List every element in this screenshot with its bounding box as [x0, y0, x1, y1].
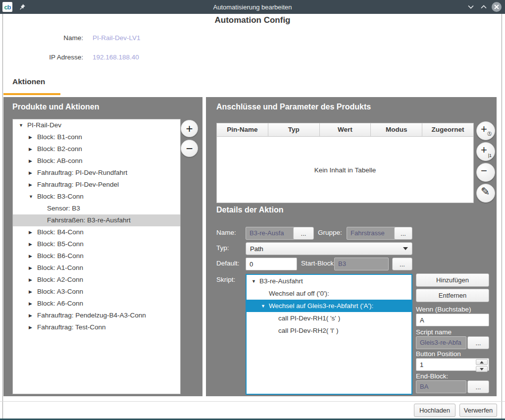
tree-expand-icon[interactable]: ▶	[29, 238, 37, 250]
tree-expand-icon[interactable]: ▼	[19, 119, 27, 131]
tree-item[interactable]: ▼PI-Rail-Dev	[13, 119, 180, 131]
details-title: Details der Aktion	[216, 206, 283, 214]
tree-item[interactable]: ▶Block: A3-Conn	[13, 286, 180, 298]
tree-item[interactable]: ▶Fahrauftrag: Pendelzug-B4-A3-Conn	[13, 310, 180, 321]
pins-table-column-header[interactable]: Modus	[371, 123, 422, 136]
pins-table-column-header[interactable]: Wert	[320, 123, 371, 136]
tree-expand-icon[interactable]: ▶	[29, 262, 37, 274]
endblock-browse-button[interactable]: ...	[467, 380, 489, 393]
tree-expand-icon[interactable]: ▶	[29, 310, 37, 321]
tree-item-label: Block: A6-Conn	[37, 300, 83, 307]
tree-item[interactable]: ▶Block: A1-Conn	[13, 262, 180, 274]
tree-item[interactable]: ▶Block: B4-Conn	[13, 226, 180, 238]
tree-item-label: Sensor: B3	[47, 205, 80, 212]
endblock-field: BA	[416, 380, 466, 393]
close-icon[interactable]	[491, 0, 503, 14]
tree-expand-icon[interactable]: ▶	[29, 274, 37, 286]
script-expand-icon[interactable]: ▼	[261, 300, 269, 313]
tree-expand-icon[interactable]: ▶	[29, 321, 37, 333]
default-input[interactable]	[246, 258, 297, 270]
skript-label: Skript:	[216, 276, 235, 283]
script-item[interactable]: call PI-Dev-RH1( 's' )	[247, 312, 411, 324]
chevron-down-icon[interactable]	[465, 0, 476, 14]
script-add-button[interactable]: Hinzufügen	[416, 273, 489, 287]
gruppe-label: Gruppe:	[318, 229, 342, 236]
tree-item[interactable]: Fahrstraßen: B3-re-Ausfahrt	[13, 214, 180, 226]
tree-add-button[interactable]: +	[181, 120, 198, 137]
gruppe-browse-button[interactable]: ...	[394, 227, 412, 240]
script-expand-icon[interactable]: ▼	[252, 275, 259, 288]
tree-item-label: Fahrauftrag: Pendelzug-B4-A3-Conn	[37, 312, 146, 319]
tree-expand-icon[interactable]: ▶	[29, 155, 37, 167]
spin-down-icon[interactable]	[476, 366, 488, 372]
tree-item[interactable]: ▶Fahrauftrag: PI-Dev-Pendel	[13, 179, 180, 191]
tree-expand-icon[interactable]: ▶	[29, 250, 37, 262]
detail-name-label: Name:	[216, 229, 236, 236]
pins-table-column-header[interactable]: Zugeornet	[422, 123, 473, 136]
pins-panel: Anschlüsse und Parameter des Produkts Pi…	[206, 97, 497, 396]
action-glyph-icon: +	[481, 144, 487, 157]
script-tree: ▼B3-re-Ausfahrt Wechsel auf off ('0'): ▼…	[246, 274, 412, 395]
tree-remove-button[interactable]: −	[181, 140, 198, 157]
tree-expand-icon[interactable]: ▼	[29, 191, 37, 203]
tree-expand-icon[interactable]: ▶	[29, 286, 37, 298]
script-item[interactable]: Wechsel auf off ('0'):	[247, 287, 411, 300]
add-number-button[interactable]: +|1	[476, 142, 495, 161]
scriptname-field: Gleis3-re-Abfa	[416, 336, 466, 349]
remove-button[interactable]: −	[476, 163, 495, 182]
script-item-label: Wechsel auf Gleis3-re-Abfahrt ('A'):	[269, 302, 373, 310]
wenn-input[interactable]	[416, 314, 489, 326]
script-item-label: call PI-Dev-RH2( 'l' )	[278, 327, 338, 334]
tree-expand-icon[interactable]: ▶	[29, 226, 37, 238]
tree-item[interactable]: ▶Fahrauftrag: PI-Dev-Rundfahrt	[13, 167, 180, 179]
tree-item[interactable]: ▶Block: B5-Conn	[13, 238, 180, 250]
tree-item-label: PI-Rail-Dev	[27, 121, 61, 129]
buttonpos-spinner	[416, 358, 489, 371]
tree-expand-icon[interactable]: ▶	[29, 131, 37, 143]
name-label: Name:	[20, 34, 83, 42]
name-browse-button[interactable]: ...	[293, 227, 314, 240]
script-item[interactable]: call PI-Dev-RH2( 'l' )	[247, 324, 411, 337]
script-item-label: B3-re-Ausfahrt	[259, 277, 303, 285]
tree-item[interactable]: ▶Block: B2-conn	[13, 143, 180, 155]
pins-table-column-header[interactable]: Typ	[268, 123, 320, 136]
tree-item[interactable]: ▶Block: A2-Conn	[13, 274, 180, 286]
detail-name-field: B3-re-Ausfa	[246, 227, 298, 240]
tree-item[interactable]: ▶Block: B6-Conn	[13, 250, 180, 262]
tree-item[interactable]: ▶Fahrauftrag: Test-Conn	[13, 321, 180, 333]
script-item-label: call PI-Dev-RH1( 's' )	[278, 315, 340, 322]
tree-item-label: Block: B5-Conn	[37, 240, 84, 248]
tree-item[interactable]: Sensor: B3	[13, 203, 180, 214]
add-letter-button[interactable]: +Ⓐ	[476, 121, 495, 140]
tree-item[interactable]: ▼Block: B3-Conn	[13, 191, 180, 203]
tree-item[interactable]: ▶Block: B1-conn	[13, 131, 180, 143]
pushpin-icon[interactable]	[17, 0, 28, 14]
edit-button[interactable]: ✎	[476, 184, 495, 203]
startblock-browse-button[interactable]: ...	[392, 258, 412, 270]
script-item[interactable]: ▼Wechsel auf Gleis3-re-Abfahrt ('A'):	[247, 300, 411, 312]
upload-button[interactable]: Hochladen	[414, 404, 455, 417]
minus-icon: −	[186, 143, 193, 155]
script-remove-button[interactable]: Entfernen	[416, 289, 489, 302]
tree-item-label: Block: B4-Conn	[37, 228, 84, 236]
tree-item-label: Fahrauftrag: PI-Dev-Rundfahrt	[37, 169, 127, 176]
pins-table-column-header[interactable]: Pin-Name	[217, 123, 268, 136]
buttonpos-label: Button Position	[416, 350, 461, 358]
action-badge-icon: Ⓐ	[487, 131, 492, 137]
spin-up-icon[interactable]	[476, 359, 488, 365]
scriptname-browse-button[interactable]: ...	[467, 336, 489, 349]
tree-item-label: Block: B2-conn	[37, 145, 82, 153]
tree-item[interactable]: ▶Block: A6-Conn	[13, 298, 180, 310]
tree-expand-icon[interactable]: ▶	[29, 167, 37, 179]
tab-aktionen[interactable]: Aktionen	[12, 77, 45, 86]
tree-expand-icon[interactable]: ▶	[29, 179, 37, 191]
gruppe-field: Fahrstrasse	[347, 227, 399, 240]
typ-dropdown[interactable]: Path	[246, 242, 412, 255]
tree-item[interactable]: ▶Block: AB-conn	[13, 155, 180, 167]
tree-expand-icon[interactable]: ▶	[29, 298, 37, 310]
tree-expand-icon[interactable]: ▶	[29, 143, 37, 155]
chevron-up-icon[interactable]	[478, 0, 489, 14]
discard-button[interactable]: Verwerfen	[459, 404, 497, 417]
script-item[interactable]: ▼B3-re-Ausfahrt	[247, 275, 411, 287]
tree-item-label: Block: A3-Conn	[37, 288, 83, 295]
